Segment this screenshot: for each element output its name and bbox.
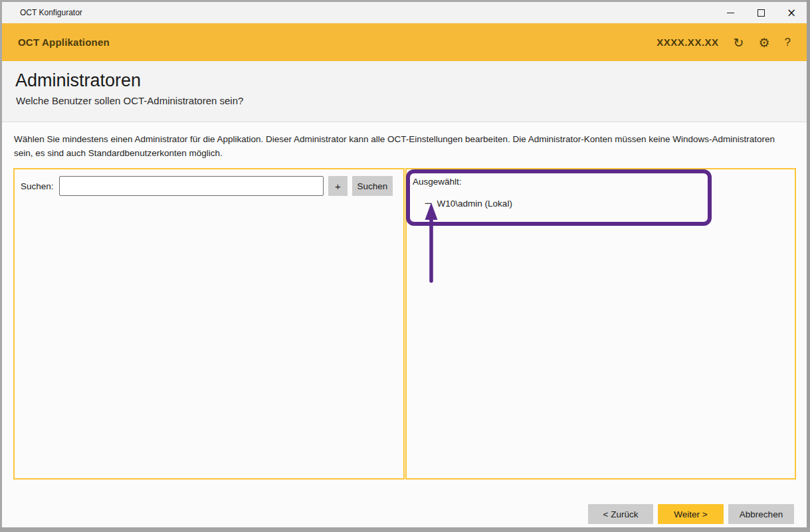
add-user-button[interactable]: + [328, 176, 348, 196]
selected-label: Ausgewählt: [413, 177, 462, 187]
cancel-button[interactable]: Abbrechen [728, 504, 794, 524]
selected-admin-item: − W10\admin (Lokal) [424, 199, 512, 209]
search-panel: Suchen: + Suchen [13, 168, 405, 480]
version-label: XXXX.XX.XX [657, 37, 718, 48]
app-header-actions: XXXX.XX.XX ↻ ⚙ ? [657, 35, 791, 50]
next-button[interactable]: Weiter > [658, 504, 724, 524]
minimize-button[interactable] [715, 2, 746, 23]
selected-admin-name: W10\admin (Lokal) [437, 199, 512, 209]
titlebar: OCT Konfigurator × [2, 2, 807, 23]
refresh-icon[interactable]: ↻ [734, 35, 744, 50]
back-button[interactable]: < Zurück [588, 504, 653, 524]
close-button[interactable]: × [776, 2, 807, 23]
window-frame-bottom [0, 527, 810, 532]
app-brand-title: OCT Applikationen [18, 37, 110, 48]
search-row: Suchen: + Suchen [21, 176, 397, 196]
page-subtitle: Welche Benutzer sollen OCT-Administrator… [16, 95, 243, 106]
app-header: OCT Applikationen XXXX.XX.XX ↻ ⚙ ? [2, 23, 807, 61]
selected-panel: Ausgewählt: − W10\admin (Lokal) [405, 168, 796, 480]
window-controls: × [715, 2, 807, 23]
page-title: Administratoren [15, 70, 141, 91]
search-button[interactable]: Suchen [352, 176, 393, 196]
window-title: OCT Konfigurator [20, 8, 82, 17]
minimize-icon [727, 13, 734, 13]
search-label: Suchen: [21, 181, 54, 191]
window-frame-right [807, 0, 810, 532]
help-icon[interactable]: ? [785, 36, 791, 49]
page-description: Wählen Sie mindestens einen Administrato… [14, 132, 795, 160]
remove-item-icon[interactable]: − [424, 199, 433, 209]
search-input[interactable] [59, 176, 324, 196]
close-icon: × [787, 7, 796, 19]
page-title-section: Administratoren Welche Benutzer sollen O… [2, 61, 807, 122]
main-content: Wählen Sie mindestens einen Administrato… [2, 123, 807, 527]
maximize-button[interactable] [746, 2, 776, 23]
app-window: OCT Konfigurator × OCT Applikationen XXX… [0, 0, 810, 532]
gear-icon[interactable]: ⚙ [758, 35, 769, 50]
maximize-icon [758, 9, 765, 17]
